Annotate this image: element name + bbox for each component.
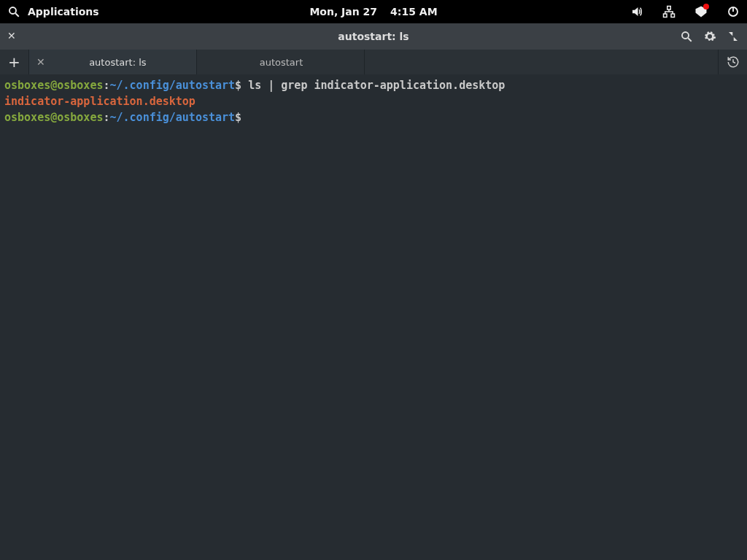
notifications-icon[interactable]: [694, 5, 708, 18]
window-close-button[interactable]: ✕: [7, 30, 20, 43]
topbar-date: Mon, Jan 27: [309, 6, 377, 18]
command-text: ls | grep indicator-application.desktop: [241, 79, 505, 92]
notification-badge: [703, 4, 709, 9]
svg-line-8: [688, 38, 692, 42]
network-icon[interactable]: [662, 5, 676, 18]
tab-autostart-ls[interactable]: ✕ autostart: ls: [29, 50, 197, 74]
svg-rect-2: [667, 7, 671, 10]
terminal-output: indicator-application.desktop: [4, 93, 743, 109]
svg-rect-4: [671, 14, 675, 18]
restore-window-icon[interactable]: [727, 30, 740, 43]
prompt-user: osboxes@osboxes: [4, 79, 103, 92]
window-title-bar: ✕ autostart: ls: [0, 23, 747, 50]
settings-icon[interactable]: [703, 30, 716, 43]
close-tab-icon[interactable]: ✕: [36, 56, 45, 68]
grep-match-output: indicator-application.desktop: [4, 95, 196, 108]
search-icon[interactable]: [7, 5, 20, 18]
new-tab-button[interactable]: +: [0, 50, 29, 74]
terminal-line: osboxes@osboxes:~/.config/autostart$ ls …: [4, 77, 743, 93]
tab-label: autostart: ls: [60, 57, 186, 68]
prompt-user: osboxes@osboxes: [4, 111, 103, 124]
power-icon[interactable]: [727, 5, 740, 18]
svg-rect-3: [664, 14, 667, 18]
prompt-path: ~/.config/autostart: [110, 79, 236, 92]
tab-bar: + ✕ autostart: ls autostart: [0, 50, 747, 74]
terminal-viewport[interactable]: osboxes@osboxes:~/.config/autostart$ ls …: [0, 74, 747, 560]
window-title: autostart: ls: [338, 31, 409, 42]
terminal-search-icon[interactable]: [680, 30, 693, 43]
prompt-path: ~/.config/autostart: [110, 111, 236, 124]
applications-menu[interactable]: Applications: [28, 6, 99, 18]
tab-history-icon[interactable]: [718, 50, 747, 74]
topbar-time: 4:15 AM: [390, 6, 437, 18]
volume-icon[interactable]: [630, 5, 643, 18]
svg-point-7: [682, 32, 689, 39]
tab-label: autostart: [219, 57, 354, 68]
terminal-prompt: osboxes@osboxes:~/.config/autostart$: [4, 109, 743, 125]
system-top-bar: Applications Mon, Jan 27 4:15 AM: [0, 0, 747, 23]
svg-line-1: [15, 13, 19, 17]
svg-point-0: [9, 7, 16, 14]
tab-autostart[interactable]: autostart: [197, 50, 365, 74]
